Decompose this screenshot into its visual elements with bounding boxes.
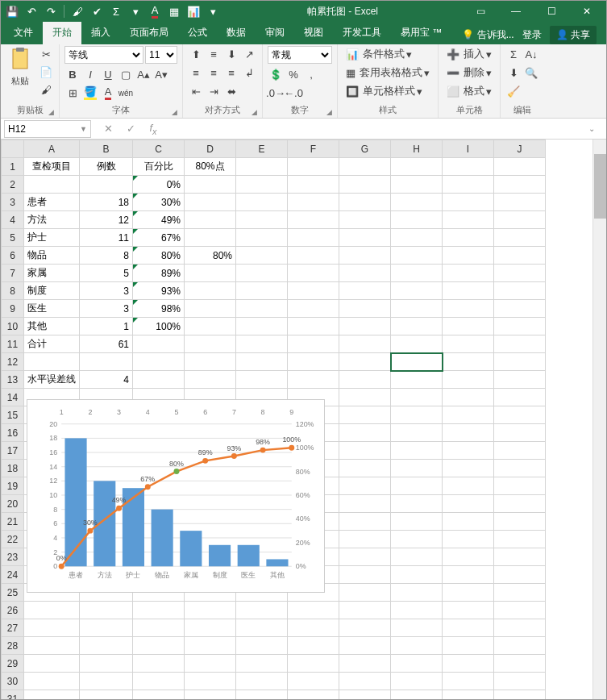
cell[interactable] [185, 602, 236, 619]
dec-decimal-icon[interactable]: ←.0 [285, 85, 301, 101]
table-format-button[interactable]: ▦ 套用表格格式 ▾ [343, 65, 433, 81]
cell[interactable] [391, 531, 443, 548]
cell[interactable] [24, 673, 80, 690]
cell[interactable]: 67% [133, 229, 185, 247]
underline-icon[interactable]: U [100, 66, 116, 82]
row-header[interactable]: 8 [2, 282, 24, 300]
align-left-icon[interactable]: ≡ [188, 65, 204, 81]
tab-公式[interactable]: 公式 [178, 22, 217, 44]
qat-more-icon[interactable]: ▾ [206, 5, 219, 18]
cell[interactable]: 4 [80, 371, 133, 389]
cell[interactable] [494, 265, 546, 282]
cell[interactable] [494, 566, 546, 584]
cell[interactable] [494, 584, 546, 602]
fx-icon[interactable]: fx [146, 122, 160, 136]
cell[interactable] [339, 194, 391, 211]
cell[interactable] [236, 371, 288, 389]
cell[interactable] [391, 211, 443, 229]
cell[interactable] [80, 673, 133, 690]
autosum-icon[interactable]: Σ [505, 46, 522, 62]
cell[interactable] [185, 353, 236, 371]
tab-数据[interactable]: 数据 [217, 22, 256, 44]
row-header[interactable]: 12 [2, 353, 24, 371]
cell[interactable] [391, 495, 443, 513]
cell[interactable] [443, 424, 494, 442]
indent-inc-icon[interactable]: ⇥ [206, 83, 222, 99]
cell[interactable] [391, 690, 443, 701]
cell[interactable] [133, 602, 185, 619]
shrink-font-icon[interactable]: A▾ [153, 66, 169, 82]
orientation-icon[interactable]: ↗ [241, 46, 257, 62]
cell[interactable]: 制度 [24, 282, 80, 300]
col-header[interactable]: E [236, 140, 288, 158]
cell[interactable] [24, 690, 80, 701]
cell[interactable] [288, 318, 339, 335]
cell[interactable]: 98% [133, 300, 185, 318]
cell[interactable]: 患者 [24, 194, 80, 211]
cell[interactable] [443, 655, 494, 673]
row-header[interactable]: 26 [2, 602, 24, 619]
tab-页面布局[interactable]: 页面布局 [120, 22, 178, 44]
cancel-icon[interactable]: ✕ [101, 123, 115, 135]
sort-icon[interactable]: A↓ [523, 46, 539, 62]
row-header[interactable]: 15 [2, 406, 24, 424]
qat-icon[interactable]: ▾ [129, 5, 142, 18]
cell[interactable] [288, 282, 339, 300]
cell[interactable] [494, 318, 546, 335]
cell[interactable] [391, 619, 443, 637]
cell[interactable] [494, 406, 546, 424]
row-header[interactable]: 24 [2, 566, 24, 584]
cell[interactable] [236, 282, 288, 300]
cell[interactable] [236, 655, 288, 673]
format-painter-icon[interactable]: 🖌 [38, 81, 54, 98]
expand-formula-icon[interactable]: ⌄ [584, 124, 600, 133]
row-header[interactable]: 28 [2, 637, 24, 655]
tab-开始[interactable]: 开始 [43, 22, 81, 44]
cell[interactable] [236, 619, 288, 637]
qat-icon[interactable]: 📊 [187, 5, 200, 18]
paste-button[interactable]: 粘贴 [6, 46, 35, 89]
cell[interactable] [185, 371, 236, 389]
cell[interactable] [494, 690, 546, 701]
font-color-icon[interactable]: A [148, 5, 161, 18]
cell[interactable] [443, 584, 494, 602]
cell[interactable] [339, 300, 391, 318]
cell[interactable] [185, 673, 236, 690]
cell[interactable] [494, 389, 546, 406]
formula-input[interactable] [168, 121, 576, 137]
fill-icon[interactable]: ⬇ [505, 65, 522, 81]
cell[interactable] [443, 637, 494, 655]
cell[interactable] [339, 353, 391, 371]
cell[interactable] [288, 655, 339, 673]
cell[interactable] [339, 406, 391, 424]
pareto-chart[interactable]: 024681012141618200%20%40%60%80%100%120%1… [27, 399, 325, 593]
comma-icon[interactable]: , [303, 66, 319, 82]
cell[interactable]: 查检项目 [24, 158, 80, 176]
row-header[interactable]: 30 [2, 673, 24, 690]
minimize-icon[interactable]: — [501, 6, 530, 17]
cell[interactable] [494, 353, 546, 371]
cell[interactable] [443, 300, 494, 318]
cell[interactable] [236, 176, 288, 194]
dialog-launcher-icon[interactable]: ◢ [48, 108, 54, 116]
bold-icon[interactable]: B [64, 66, 81, 82]
cell[interactable] [185, 318, 236, 335]
italic-icon[interactable]: I [82, 66, 98, 82]
dialog-launcher-icon[interactable]: ◢ [252, 108, 257, 116]
align-right-icon[interactable]: ≡ [223, 65, 239, 81]
cell[interactable] [236, 335, 288, 353]
cell[interactable]: 百分比 [133, 158, 185, 176]
cell[interactable] [494, 673, 546, 690]
cell[interactable]: 3 [80, 300, 133, 318]
cell[interactable]: 护士 [24, 229, 80, 247]
cell[interactable] [443, 318, 494, 335]
cell[interactable] [494, 477, 546, 495]
cell[interactable] [236, 300, 288, 318]
currency-icon[interactable]: 💲 [268, 66, 284, 82]
cell[interactable] [494, 247, 546, 265]
cell[interactable] [391, 318, 443, 335]
phonetic-icon[interactable]: wén [118, 85, 134, 101]
row-header[interactable]: 14 [2, 389, 24, 406]
inc-decimal-icon[interactable]: .0→ [268, 85, 284, 101]
cell[interactable] [494, 371, 546, 389]
